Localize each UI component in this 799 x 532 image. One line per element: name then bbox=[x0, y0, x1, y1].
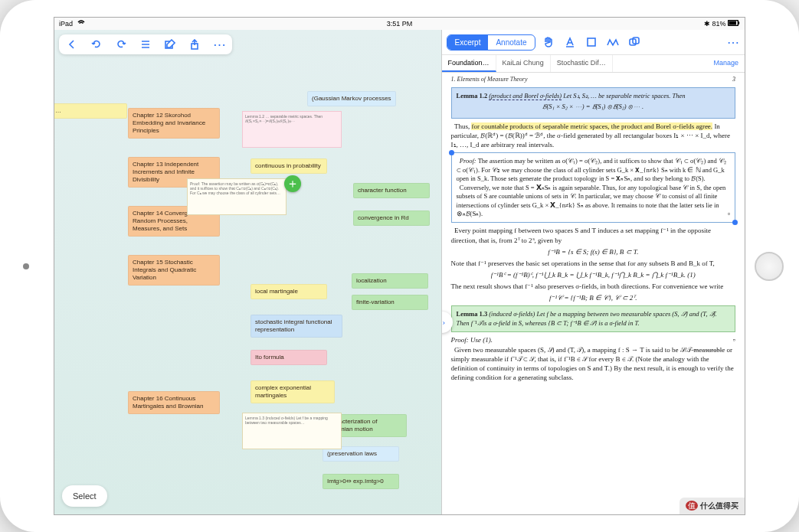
status-bar: iPad 3:51 PM ✱ 81% bbox=[54, 18, 745, 30]
next-page-icon[interactable]: › bbox=[443, 316, 446, 328]
mode-excerpt[interactable]: Excerpt bbox=[447, 35, 489, 50]
lemma13-subtitle: (induced σ-fields) bbox=[489, 310, 535, 318]
highlight-borel[interactable]: for countable products of separable metr… bbox=[471, 122, 712, 130]
clock: 3:51 PM bbox=[387, 20, 413, 28]
doc-more-button[interactable]: ⋯ bbox=[727, 35, 740, 50]
node-imtg[interactable]: Imtg>0⇔ exp.Imtg>0 bbox=[323, 474, 399, 489]
paragraph-preserve: Note that f⁻¹ preserves the basic set op… bbox=[451, 259, 735, 268]
lemma12-subtitle: (product and Borel σ-fields) bbox=[489, 92, 562, 100]
proof-use: Proof: Use (1). bbox=[451, 336, 493, 344]
paragraph-thus: Thus, for countable products of separabl… bbox=[451, 122, 735, 149]
node-complex-exp[interactable]: complex exponential martingales bbox=[251, 380, 335, 403]
battery-icon bbox=[728, 20, 740, 28]
device-label: iPad bbox=[59, 20, 73, 28]
node-chapter-16[interactable]: Chapter 16 Continuous Martingales and Br… bbox=[128, 391, 220, 414]
lemma12-equation: 𝓑(S₁ × S₂ × ⋯) = 𝓑(S₁) ⊗ 𝓑(S₂) ⊗ ⋯ . bbox=[457, 103, 730, 111]
proof-label: Proof: bbox=[460, 157, 476, 165]
more-button[interactable]: ⋯ bbox=[212, 38, 226, 51]
mode-annotate[interactable]: Annotate bbox=[488, 35, 534, 50]
mindmap-canvas[interactable]: Chapter 12 Skorohod Embedding and Invari… bbox=[54, 30, 441, 514]
paragraph-map: Every point mapping f between two spaces… bbox=[451, 226, 735, 244]
mode-segment[interactable]: Excerpt Annotate bbox=[447, 34, 535, 51]
node-localization[interactable]: localization bbox=[352, 273, 428, 289]
hand-tool-icon[interactable] bbox=[540, 34, 557, 51]
front-camera bbox=[23, 263, 29, 269]
lasso-icon[interactable] bbox=[604, 34, 621, 51]
bluetooth-icon: ✱ bbox=[704, 20, 710, 28]
mindmap-pane[interactable]: ⋯ Select Chapter 12 Skorohod Embedding a… bbox=[54, 30, 441, 514]
node-char-fn[interactable]: character function bbox=[353, 183, 430, 198]
svg-rect-1 bbox=[729, 21, 737, 25]
equation-next: f⁻¹𝒞 = {f⁻¹B; B ∈ 𝒞}, 𝒞 ⊂ 2ᵀ. bbox=[451, 293, 735, 302]
ipad-device-frame: iPad 3:51 PM ✱ 81% bbox=[0, 0, 799, 532]
node-finite-var[interactable]: finite-variation bbox=[352, 295, 428, 310]
node-stoch-int[interactable]: stochastic integral functional represent… bbox=[251, 315, 342, 338]
tab-stochastic[interactable]: Stochastic Dif… bbox=[551, 55, 613, 72]
equation-map: f⁻¹B = {s ∈ S; f(s) ∈ B}, B ⊂ T. bbox=[451, 247, 735, 256]
doc-page-number: 3 bbox=[732, 76, 735, 84]
proof-para2: Conversely, we note that S = 𝗫ₙSₙ is aga… bbox=[457, 184, 726, 217]
lemma13-title: Lemma 1.3 bbox=[457, 310, 488, 318]
node-cont-prob[interactable]: continuous in probability bbox=[251, 158, 327, 174]
node-chapter-12[interactable]: Chapter 12 Skorohod Embedding and Invari… bbox=[128, 108, 220, 139]
list-button[interactable] bbox=[139, 38, 152, 51]
tab-foundation[interactable]: Foundation… bbox=[442, 55, 496, 72]
doc-header-left: 1. Elements of Measure Theory bbox=[451, 76, 528, 84]
mindmap-toolbar: ⋯ bbox=[59, 34, 232, 54]
share-button[interactable] bbox=[188, 38, 201, 51]
undo-button[interactable] bbox=[90, 38, 103, 51]
link-icon[interactable] bbox=[626, 34, 643, 51]
node-chapter-15[interactable]: Chapter 15 Stochastic Integrals and Quad… bbox=[128, 255, 220, 286]
node-partial-left[interactable]: … bbox=[54, 103, 127, 119]
document-tabs: Foundation… KaiLai Chung Stochastic Dif…… bbox=[442, 55, 745, 73]
proof-para1: The assertion may be written as σ(𝒞₁) = … bbox=[457, 157, 726, 182]
text-style-icon[interactable] bbox=[562, 34, 578, 51]
back-button[interactable] bbox=[65, 38, 79, 51]
lemma12-body: Let S₁, S₂, … be separable metric spaces… bbox=[563, 92, 685, 100]
wifi-icon bbox=[77, 20, 85, 28]
watermark: 值 什么值得买 bbox=[679, 498, 745, 514]
add-node-button[interactable]: ＋ bbox=[284, 175, 301, 192]
select-button[interactable]: Select bbox=[62, 485, 107, 507]
selection-handle-tl[interactable] bbox=[449, 150, 454, 155]
excerpt-card-lemma13[interactable]: Lemma 1.3 (induced σ-fields) Let f be a … bbox=[242, 413, 342, 449]
redo-button[interactable] bbox=[114, 38, 128, 51]
node-gaussian[interactable]: (Gaussian Markov processes bbox=[307, 91, 396, 106]
excerpt-card[interactable]: Lemma 1.2 … separable metric spaces. The… bbox=[242, 111, 342, 148]
document-pane: Excerpt Annotate ⋯ Foundation… KaiLai Ch… bbox=[441, 30, 745, 514]
excerpt-card-proof[interactable]: Proof: The assertion may be written as σ… bbox=[187, 178, 287, 215]
document-body[interactable]: 1. Elements of Measure Theory 3 Lemma 1.… bbox=[442, 73, 745, 514]
home-button[interactable] bbox=[755, 252, 784, 281]
paragraph-next: The next result shows that f⁻¹ also pres… bbox=[451, 282, 735, 291]
lemma-1-3[interactable]: Lemma 1.3 (induced σ-fields) Let f be a … bbox=[451, 305, 735, 332]
document-toolbar: Excerpt Annotate ⋯ bbox=[442, 30, 745, 55]
svg-rect-5 bbox=[588, 38, 595, 46]
lemma-1-2[interactable]: Lemma 1.2 (product and Borel σ-fields) L… bbox=[451, 87, 735, 119]
lemma12-title: Lemma 1.2 bbox=[457, 92, 488, 100]
screen: iPad 3:51 PM ✱ 81% bbox=[54, 17, 745, 515]
tab-manage[interactable]: Manage bbox=[707, 55, 745, 72]
node-local-martingale[interactable]: local martingale bbox=[251, 284, 327, 299]
paragraph-given: Given two measurable spaces (S, 𝒮) and (… bbox=[451, 345, 735, 383]
node-conv-rd[interactable]: convergence in Rd bbox=[353, 211, 430, 226]
svg-rect-2 bbox=[738, 22, 739, 24]
crop-icon[interactable] bbox=[583, 34, 600, 51]
tab-kailai[interactable]: KaiLai Chung bbox=[496, 55, 551, 72]
node-ito[interactable]: Ito formula bbox=[251, 350, 327, 365]
proof-box[interactable]: Proof: The assertion may be written as σ… bbox=[451, 152, 735, 223]
equation-preserve: f⁻¹Bᶜ = (f⁻¹B)ᶜ, f⁻¹⋃_k B_k = ⋃_k f⁻¹B_k… bbox=[451, 270, 735, 279]
battery-percent: 81% bbox=[712, 20, 725, 28]
compose-button[interactable] bbox=[163, 38, 177, 51]
selection-handle-br[interactable] bbox=[732, 220, 738, 225]
underline-measurable[interactable]: measurable bbox=[693, 346, 725, 354]
